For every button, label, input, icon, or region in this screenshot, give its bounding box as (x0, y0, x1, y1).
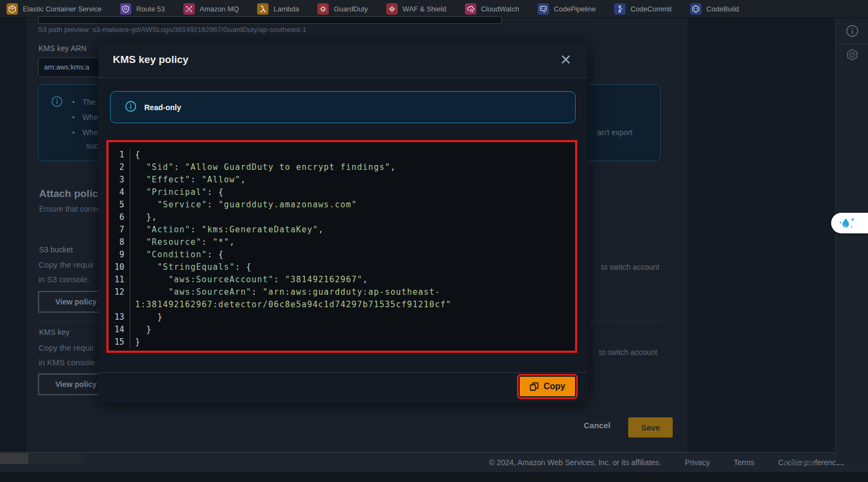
line-number: 5 (108, 199, 130, 211)
line-number: 11 (108, 274, 130, 286)
code-text: "aws:SourceArn": "arn:aws:guardduty:ap-s… (130, 286, 572, 299)
line-number: 13 (108, 311, 130, 324)
code-text: { (130, 149, 572, 161)
bookmark-label: CloudWatch (481, 5, 519, 13)
browser-extension-pill[interactable] (831, 213, 868, 233)
toolbar-divider (836, 43, 868, 44)
attach-policies-subtitle: Ensure that correc (39, 205, 101, 213)
privacy-link[interactable]: Privacy (685, 458, 710, 467)
taskbar-peek-secondary (28, 453, 84, 464)
kms-key-arn-label: KMS key ARN (39, 44, 87, 53)
code-line: 15} (108, 336, 572, 348)
kms-key-section-label: KMS key (39, 328, 69, 337)
code-line: 6 }, (108, 211, 572, 224)
code-text: "Condition": { (130, 249, 572, 261)
save-button[interactable]: Save (628, 417, 673, 437)
codecommit-icon (614, 3, 626, 15)
guardduty-icon (317, 3, 329, 15)
line-number: 10 (108, 261, 130, 274)
close-icon[interactable]: × (556, 49, 576, 69)
s3-path-preview: S3 path preview: s3-malware-gd/AWSLogs/3… (38, 26, 307, 34)
code-line: 5 "Service": "guardduty.amazonaws.com" (108, 199, 572, 211)
banner-info-icon (125, 100, 137, 115)
amazon-mq-icon (183, 3, 195, 15)
bookmark-label: Route 53 (136, 5, 165, 13)
code-text: "Service": "guardduty.amazonaws.com" (130, 199, 572, 211)
modal-footer-divider (98, 372, 588, 373)
system-clock: 6:09 PM (783, 459, 814, 468)
code-text: "aws:SourceAccount": "381492162967", (130, 274, 572, 286)
code-text: 1:381492162967:detector/06c8e5a94c1d7429… (130, 299, 572, 311)
hexagon-tool-icon[interactable] (845, 48, 859, 64)
bookmark-codepipeline[interactable]: CodePipeline (538, 3, 596, 15)
bookmark-route-53[interactable]: Route 53 (120, 3, 165, 15)
bookmark-label: CodePipeline (554, 5, 596, 13)
container-service-icon (7, 3, 18, 15)
console-footer: © 2024, Amazon Web Services, Inc. or its… (0, 452, 868, 472)
help-info-icon[interactable] (845, 24, 859, 40)
code-text: } (130, 324, 572, 336)
code-line: 3 "Effect": "Allow", (108, 174, 572, 186)
code-text: "Principal": { (130, 186, 572, 199)
attach-policies-heading: Attach polic (39, 188, 98, 200)
route53-icon (120, 3, 131, 15)
code-line: 13 } (108, 311, 572, 324)
code-text: }, (130, 211, 572, 224)
droplet-icon (839, 216, 857, 230)
codebuild-icon (690, 3, 701, 15)
copy-icon (529, 382, 539, 391)
kms-key-policy-modal: KMS key policy × Read-only 1{2 "Sid": "A… (98, 42, 588, 403)
kms-key-desc-1: Copy the requir (39, 343, 94, 352)
bookmark-lambda[interactable]: Lambda (257, 3, 299, 15)
bookmark-amazon-mq[interactable]: Amazon MQ (183, 3, 239, 15)
line-number: 12 (108, 286, 130, 299)
bookmark-elastic-container-service[interactable]: Elastic Container Service (7, 3, 101, 15)
policy-code-block[interactable]: 1{2 "Sid": "Allow GuardDuty to encrypt f… (106, 140, 577, 353)
bookmark-guardduty[interactable]: GuardDuty (317, 3, 368, 15)
line-number: 4 (108, 186, 130, 199)
line-number: 8 (108, 236, 130, 249)
code-line: 8 "Resource": "*", (108, 236, 572, 249)
codepipeline-icon (538, 3, 549, 15)
read-only-banner: Read-only (110, 91, 576, 123)
s3-bucket-desc-2: in S3 console. (39, 275, 90, 284)
line-number: 2 (108, 161, 130, 174)
cancel-button[interactable]: Cancel (584, 421, 610, 430)
banner-label: Read-only (144, 103, 181, 112)
s3-bucket-section-label: S3 bucket (39, 245, 73, 254)
bookmark-cloudwatch[interactable]: CloudWatch (465, 3, 519, 15)
code-line: 1{ (108, 149, 572, 161)
copy-button[interactable]: Copy (520, 377, 575, 396)
bookmark-label: CodeBuild (706, 5, 739, 13)
s3-bucket-input-partial[interactable] (38, 16, 502, 24)
kms-key-desc-2: in KMS console. (39, 358, 97, 367)
s3-switch-account-fragment: to switch account (601, 263, 659, 271)
bookmark-codecommit[interactable]: CodeCommit (614, 3, 672, 15)
code-text: "Sid": "Allow GuardDuty to encrypt findi… (130, 161, 572, 174)
kms-switch-account-fragment: to switch account (599, 348, 657, 357)
copyright-text: © 2024, Amazon Web Services, Inc. or its… (489, 458, 661, 467)
code-line: 7 "Action": "kms:GenerateDataKey", (108, 224, 572, 236)
bookmark-label: Amazon MQ (200, 5, 239, 13)
info-icon (51, 96, 63, 110)
line-number: 14 (108, 324, 130, 336)
code-text: "Resource": "*", (130, 236, 572, 249)
line-number (108, 299, 130, 311)
info-right-fragment: an't export (597, 128, 633, 137)
taskbar-peek[interactable] (0, 453, 28, 464)
s3-bucket-desc-1: Copy the requir (39, 260, 94, 269)
bookmark-label: CodeCommit (630, 5, 672, 13)
line-number: 15 (108, 336, 130, 348)
modal-title: KMS key policy (113, 54, 188, 66)
bookmark-label: Elastic Container Service (23, 5, 101, 13)
code-text: "Action": "kms:GenerateDataKey", (130, 224, 572, 236)
line-number: 7 (108, 224, 130, 236)
code-line: 10 "StringEquals": { (108, 261, 572, 274)
line-number: 9 (108, 249, 130, 261)
bookmark-label: GuardDuty (334, 5, 368, 13)
bookmark-waf-shield[interactable]: WAF & Shield (386, 3, 446, 15)
code-text: } (130, 336, 572, 348)
bookmark-codebuild[interactable]: CodeBuild (690, 3, 739, 15)
waf-shield-icon (386, 3, 398, 15)
terms-link[interactable]: Terms (733, 458, 754, 467)
